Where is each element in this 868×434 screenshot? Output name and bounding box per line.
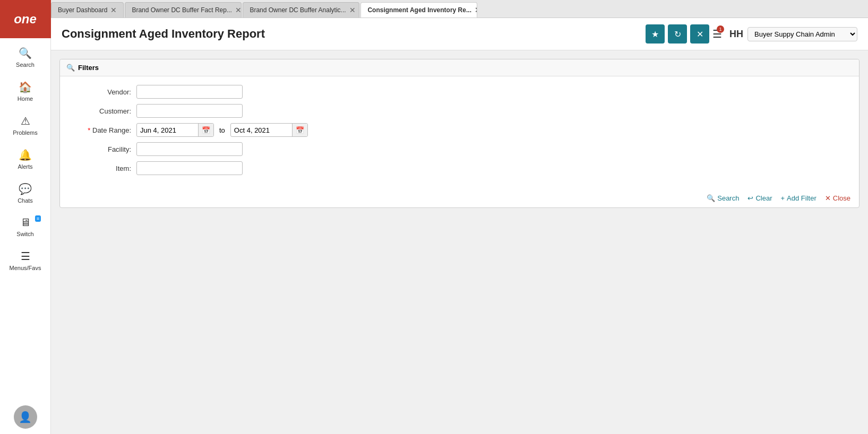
notification-badge: 1: [717, 25, 724, 33]
date-to-calendar-button[interactable]: 📅: [292, 124, 307, 136]
date-from-input[interactable]: [137, 125, 198, 135]
menu-button[interactable]: ☰ 1: [712, 28, 722, 40]
chats-icon: 💬: [19, 183, 32, 195]
sidebar-item-home[interactable]: 🏠 Home: [0, 74, 50, 108]
filter-row-date-range: Date Range: 📅 to 📅: [73, 123, 846, 137]
close-report-button[interactable]: ✕: [690, 24, 709, 44]
date-to-separator: to: [217, 126, 227, 134]
sidebar-item-menus[interactable]: ☰ Menus/Favs: [0, 244, 50, 277]
sidebar-item-label: Home: [18, 96, 33, 102]
header-actions: ★ ↻ ✕ ☰ 1 HH Buyer Suppy Chain Admin Adm…: [646, 24, 857, 44]
clear-icon: ↩: [747, 194, 753, 202]
user-role-select[interactable]: Buyer Suppy Chain Admin Admin Viewer: [747, 27, 857, 41]
tab-label: Brand Owner DC Buffer Fact Rep...: [132, 6, 232, 14]
search-action[interactable]: 🔍 Search: [707, 194, 739, 202]
problems-icon: ⚠: [21, 115, 30, 127]
tab-close-brand-owner-fact[interactable]: ✕: [235, 6, 242, 14]
filter-row-facility: Facility:: [73, 142, 846, 156]
tab-label: Consignment Aged Inventory Re...: [367, 6, 471, 14]
clear-action-label: Clear: [755, 194, 772, 202]
tab-consignment-aged-inventory[interactable]: Consignment Aged Inventory Re... ✕: [360, 2, 477, 18]
menus-icon: ☰: [21, 250, 30, 263]
header: Consignment Aged Inventory Report ★ ↻ ✕ …: [51, 18, 868, 50]
sidebar-item-switch[interactable]: 🖥 ≡ Switch: [0, 210, 50, 244]
tab-brand-owner-dc-buffer-fact[interactable]: Brand Owner DC Buffer Fact Rep... ✕: [125, 2, 242, 18]
filter-row-vendor: Vendor:: [73, 85, 846, 99]
date-to-input[interactable]: [231, 125, 292, 135]
customer-input[interactable]: [136, 104, 243, 118]
search-icon: 🔍: [707, 194, 715, 202]
sidebar-item-label: Chats: [18, 197, 33, 204]
date-to-wrap: 📅: [230, 123, 308, 137]
filter-row-item: Item:: [73, 161, 846, 175]
close-action[interactable]: ✕ Close: [825, 194, 850, 202]
page-title: Consignment Aged Inventory Report: [62, 27, 646, 41]
sidebar-item-search[interactable]: 🔍 Search: [0, 40, 50, 74]
date-range-row: 📅 to 📅: [136, 123, 308, 137]
user-avatar[interactable]: 👤: [14, 405, 37, 429]
vendor-label: Vendor:: [73, 88, 136, 96]
add-filter-action-label: Add Filter: [787, 194, 817, 202]
avatar-icon: 👤: [19, 411, 32, 423]
filter-panel: 🔍 Filters Vendor: Customer: Date Range:: [59, 59, 860, 208]
filter-footer: 🔍 Search ↩ Clear + Add Filter ✕ Close: [60, 189, 859, 207]
search-icon: 🔍: [19, 47, 32, 59]
star-button[interactable]: ★: [646, 24, 665, 44]
facility-label: Facility:: [73, 145, 136, 153]
sidebar-item-alerts[interactable]: 🔔 Alerts: [0, 142, 50, 176]
tab-brand-owner-dc-buffer-analytic[interactable]: Brand Owner DC Buffer Analytic... ✕: [243, 2, 359, 18]
tab-close-brand-owner-analytic[interactable]: ✕: [349, 6, 356, 14]
close-icon: ✕: [825, 194, 831, 202]
add-filter-icon: +: [781, 194, 785, 202]
tab-buyer-dashboard[interactable]: Buyer Dashboard ✕: [51, 2, 124, 18]
close-action-label: Close: [833, 194, 850, 202]
logo-text: one: [14, 12, 37, 27]
logo[interactable]: one: [0, 0, 51, 38]
sidebar-item-label: Problems: [13, 129, 37, 136]
filter-body: Vendor: Customer: Date Range: 📅: [60, 76, 859, 189]
tab-bar: Buyer Dashboard ✕ Brand Owner DC Buffer …: [51, 0, 868, 18]
content-area: 🔍 Filters Vendor: Customer: Date Range:: [51, 50, 868, 434]
tab-close-consignment[interactable]: ✕: [475, 6, 477, 14]
clear-action[interactable]: ↩ Clear: [747, 194, 772, 202]
sidebar-item-label: Alerts: [18, 163, 32, 170]
user-initials: HH: [729, 29, 743, 40]
sidebar-item-label: Search: [16, 62, 35, 68]
sidebar-item-label: Menus/Favs: [10, 265, 41, 271]
sidebar: one 🔍 Search 🏠 Home ⚠ Problems 🔔 Alerts …: [0, 0, 51, 434]
sidebar-item-problems[interactable]: ⚠ Problems: [0, 108, 50, 142]
filter-header-label: Filters: [78, 64, 99, 72]
date-from-wrap: 📅: [136, 123, 214, 137]
tab-label: Brand Owner DC Buffer Analytic...: [250, 6, 346, 14]
sidebar-bottom: 👤: [14, 405, 37, 434]
switch-badge: ≡: [35, 215, 41, 222]
item-label: Item:: [73, 164, 136, 172]
home-icon: 🏠: [19, 81, 32, 93]
facility-input[interactable]: [136, 142, 243, 156]
tab-label: Buyer Dashboard: [58, 6, 107, 14]
filter-row-customer: Customer:: [73, 104, 846, 118]
date-from-calendar-button[interactable]: 📅: [198, 124, 213, 136]
user-info: HH Buyer Suppy Chain Admin Admin Viewer: [729, 27, 857, 41]
customer-label: Customer:: [73, 107, 136, 115]
sidebar-item-chats[interactable]: 💬 Chats: [0, 176, 50, 210]
filter-search-icon: 🔍: [66, 64, 75, 72]
filter-header: 🔍 Filters: [60, 59, 859, 76]
search-action-label: Search: [717, 194, 739, 202]
sidebar-item-label: Switch: [16, 231, 33, 237]
switch-icon: 🖥: [20, 216, 31, 229]
add-filter-action[interactable]: + Add Filter: [781, 194, 817, 202]
date-range-label: Date Range:: [73, 126, 136, 134]
refresh-button[interactable]: ↻: [668, 24, 687, 44]
alerts-icon: 🔔: [19, 149, 32, 161]
vendor-input[interactable]: [136, 85, 243, 99]
tab-close-buyer-dashboard[interactable]: ✕: [110, 6, 117, 14]
item-input[interactable]: [136, 161, 243, 175]
main-area: Buyer Dashboard ✕ Brand Owner DC Buffer …: [51, 0, 868, 434]
